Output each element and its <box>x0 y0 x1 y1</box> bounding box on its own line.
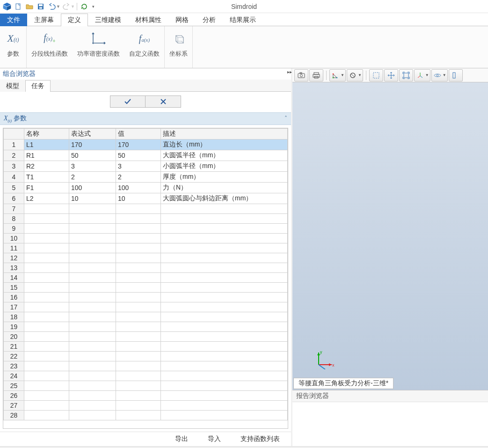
table-row[interactable]: 8 <box>4 213 288 223</box>
cell-value[interactable]: 3 <box>116 161 161 171</box>
cell-value[interactable] <box>116 253 161 263</box>
cell-name[interactable]: T1 <box>24 171 69 182</box>
cancel-button[interactable] <box>146 95 181 108</box>
cell-name[interactable] <box>24 243 69 253</box>
table-row[interactable]: 16 <box>4 292 288 302</box>
cell-desc[interactable] <box>161 390 288 400</box>
cell-desc[interactable]: 大圆弧圆心与斜边距离（mm） <box>161 193 288 204</box>
cell-desc[interactable] <box>161 331 288 341</box>
cell-value[interactable] <box>116 302 161 312</box>
cell-value[interactable] <box>116 272 161 282</box>
cell-value[interactable] <box>116 263 161 272</box>
cell-rownum[interactable]: 1 <box>4 139 24 150</box>
export-link[interactable]: 导出 <box>175 435 188 443</box>
cell-value[interactable] <box>116 292 161 302</box>
cell-rownum[interactable]: 7 <box>4 204 24 213</box>
cell-value[interactable] <box>116 341 161 351</box>
cell-expr[interactable] <box>69 381 116 390</box>
cell-expr[interactable] <box>69 272 116 282</box>
cell-desc[interactable] <box>161 322 288 331</box>
cell-rownum[interactable]: 13 <box>4 263 24 272</box>
cell-rownum[interactable]: 12 <box>4 253 24 263</box>
new-file-icon[interactable] <box>13 1 23 12</box>
table-row[interactable]: 17 <box>4 302 288 312</box>
cell-expr[interactable] <box>69 213 116 223</box>
accept-button[interactable] <box>110 95 146 108</box>
col-header-value[interactable]: 值 <box>116 128 161 139</box>
cell-rownum[interactable]: 27 <box>4 400 24 410</box>
piecewise-fn-button[interactable]: f(x)+ 分段线性函数 <box>27 26 73 68</box>
pan-button[interactable] <box>384 69 398 81</box>
save-icon[interactable] <box>36 1 46 12</box>
table-row[interactable]: 19 <box>4 322 288 331</box>
cell-expr[interactable] <box>69 223 116 233</box>
cell-desc[interactable] <box>161 410 288 420</box>
cell-expr[interactable] <box>69 351 116 361</box>
cell-name[interactable] <box>24 282 69 292</box>
cell-name[interactable] <box>24 400 69 410</box>
cell-value[interactable] <box>116 371 161 381</box>
table-row[interactable]: 3R233小圆弧半径（mm） <box>4 161 288 171</box>
cell-desc[interactable] <box>161 400 288 410</box>
cell-name[interactable] <box>24 302 69 312</box>
cell-value[interactable] <box>116 322 161 331</box>
col-header-expr[interactable]: 表达式 <box>69 128 116 139</box>
cell-rownum[interactable]: 16 <box>4 292 24 302</box>
cell-rownum[interactable]: 19 <box>4 322 24 331</box>
cell-value[interactable] <box>116 233 161 243</box>
coord-sys-button[interactable]: 坐标系 <box>165 26 192 68</box>
cell-desc[interactable] <box>161 381 288 390</box>
table-row[interactable]: 18 <box>4 312 288 322</box>
cell-expr[interactable] <box>69 390 116 400</box>
cell-value[interactable]: 100 <box>116 182 161 193</box>
table-row[interactable]: 1L1170170直边长（mm） <box>4 139 288 150</box>
cell-expr[interactable] <box>69 341 116 351</box>
cell-name[interactable] <box>24 253 69 263</box>
cell-value[interactable]: 170 <box>116 139 161 150</box>
ribbon-tab-3d[interactable]: 三维建模 <box>88 14 128 26</box>
table-row[interactable]: 7 <box>4 204 288 213</box>
viewport[interactable]: y x 等腰直角三角板受力分析-三维* <box>292 82 488 390</box>
table-row[interactable]: 25 <box>4 381 288 390</box>
ribbon-tab-home[interactable]: 主屏幕 <box>27 14 61 26</box>
box-select-button[interactable] <box>369 69 383 81</box>
cell-name[interactable] <box>24 351 69 361</box>
visibility-button[interactable]: ▼ <box>431 69 448 81</box>
cell-desc[interactable] <box>161 351 288 361</box>
table-row[interactable]: 13 <box>4 263 288 272</box>
import-link[interactable]: 导入 <box>208 435 221 443</box>
fit-button[interactable] <box>399 69 413 81</box>
cell-desc[interactable] <box>161 282 288 292</box>
param-table[interactable]: 名称 表达式 值 描述 1L1170170直边长（mm）2R15050大圆弧半径… <box>3 128 288 420</box>
cell-rownum[interactable]: 9 <box>4 223 24 233</box>
cell-rownum[interactable]: 15 <box>4 282 24 292</box>
cell-name[interactable] <box>24 410 69 420</box>
param-table-wrap[interactable]: 名称 表达式 值 描述 1L1170170直边长（mm）2R15050大圆弧半径… <box>3 128 288 429</box>
table-row[interactable]: 12 <box>4 253 288 263</box>
cell-expr[interactable]: 3 <box>69 161 116 171</box>
cell-name[interactable] <box>24 390 69 400</box>
cell-value[interactable] <box>116 410 161 420</box>
cell-expr[interactable] <box>69 371 116 381</box>
cell-desc[interactable] <box>161 204 288 213</box>
vt-extra-button[interactable] <box>449 69 463 81</box>
cell-rownum[interactable]: 17 <box>4 302 24 312</box>
cell-expr[interactable] <box>69 331 116 341</box>
cell-value[interactable] <box>116 243 161 253</box>
cell-desc[interactable]: 力（N） <box>161 182 288 193</box>
table-row[interactable]: 5F1100100力（N） <box>4 182 288 193</box>
cell-name[interactable] <box>24 292 69 302</box>
table-row[interactable]: 28 <box>4 410 288 420</box>
orientation-button[interactable]: ▼ <box>329 69 346 81</box>
print-button[interactable] <box>309 69 323 81</box>
cell-desc[interactable] <box>161 361 288 371</box>
cell-value[interactable]: 50 <box>116 150 161 161</box>
cell-desc[interactable] <box>161 243 288 253</box>
cell-expr[interactable] <box>69 312 116 322</box>
cell-desc[interactable]: 直边长（mm） <box>161 139 288 150</box>
cell-desc[interactable] <box>161 292 288 302</box>
cell-expr[interactable]: 170 <box>69 139 116 150</box>
cell-name[interactable] <box>24 223 69 233</box>
table-row[interactable]: 2R15050大圆弧半径（mm） <box>4 150 288 161</box>
cell-name[interactable]: R1 <box>24 150 69 161</box>
